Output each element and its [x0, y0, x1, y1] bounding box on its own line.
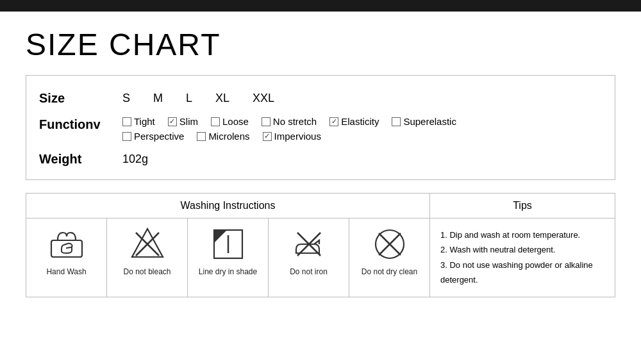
checkbox [122, 117, 131, 126]
no-iron-icon [291, 226, 327, 262]
function-label-text: Tight [134, 116, 155, 127]
function-label-text: Superelastic [403, 116, 456, 127]
no-dry-clean-icon [372, 226, 408, 262]
function-row-1: TightSlimLooseNo stretchElasticitySupere… [122, 116, 456, 127]
weight-label: Weight [39, 152, 122, 167]
checkbox [122, 132, 131, 141]
washing-header-row: Washing Instructions Tips [26, 194, 615, 219]
function-label-text: Slim [179, 116, 198, 127]
tips-area: Dip and wash at room temperature. Wash w… [430, 219, 615, 297]
function-label: Functionv [39, 116, 122, 132]
no-dry-clean-cell: Do not dry clean [349, 219, 429, 297]
function-options: TightSlimLooseNo stretchElasticitySupere… [122, 116, 456, 142]
washing-icons-area: Hand Wash Do not bleach [26, 219, 430, 297]
function-item-microlens: Microlens [197, 131, 249, 142]
function-label-text: Microlens [208, 131, 249, 142]
checkbox [197, 132, 206, 141]
size-xl: XL [215, 92, 229, 105]
no-iron-label: Do not iron [290, 267, 328, 276]
no-bleach-cell: Do not bleach [107, 219, 188, 297]
checkbox [262, 117, 271, 126]
weight-value: 102g [122, 153, 148, 166]
tips-list: Dip and wash at room temperature. Wash w… [440, 228, 604, 288]
washing-instructions-header: Washing Instructions [26, 194, 430, 218]
function-item-elasticity: Elasticity [329, 116, 379, 127]
size-s: S [122, 92, 130, 105]
size-row: Size S M L XL XXL [39, 91, 602, 106]
tips-header: Tips [430, 194, 615, 218]
checkbox [211, 117, 220, 126]
page-title: SIZE CHART [26, 27, 615, 62]
checkbox [329, 117, 338, 126]
function-item-superelastic: Superelastic [392, 116, 456, 127]
no-bleach-label: Do not bleach [123, 267, 171, 276]
tip-1: Dip and wash at room temperature. [440, 228, 604, 242]
function-item-loose: Loose [211, 116, 249, 127]
weight-row: Weight 102g [39, 152, 602, 167]
line-dry-shade-icon [210, 226, 246, 262]
size-label: Size [39, 91, 122, 106]
hand-wash-icon [49, 226, 85, 262]
checkbox [263, 132, 272, 141]
checkbox [392, 117, 401, 126]
function-section: Functionv TightSlimLooseNo stretchElasti… [39, 116, 602, 142]
function-label-text: Perspective [134, 131, 184, 142]
checkbox [168, 117, 177, 126]
function-item-tight: Tight [122, 116, 155, 127]
function-label-text: No stretch [273, 116, 317, 127]
no-dry-clean-label: Do not dry clean [362, 267, 417, 276]
tip-2: Wash with neutral detergent. [440, 242, 604, 257]
function-label-text: Loose [222, 116, 249, 127]
line-dry-shade-label: Line dry in shade [199, 267, 257, 276]
size-m: M [153, 92, 163, 105]
tip-3: Do not use washing powder or alkaline de… [440, 258, 604, 288]
function-label-text: Impervious [274, 131, 321, 142]
function-item-perspective: Perspective [122, 131, 184, 142]
no-bleach-icon [129, 226, 165, 262]
no-iron-cell: Do not iron [269, 219, 349, 297]
svg-marker-5 [214, 230, 227, 243]
function-label-text: Elasticity [341, 116, 379, 127]
function-item-impervious: Impervious [263, 131, 321, 142]
function-item-slim: Slim [168, 116, 198, 127]
function-row-2: PerspectiveMicrolensImpervious [122, 131, 456, 142]
hand-wash-cell: Hand Wash [26, 219, 107, 297]
line-dry-shade-cell: Line dry in shade [188, 219, 269, 297]
size-l: L [186, 92, 192, 105]
size-chart-box: Size S M L XL XXL Functionv TightSlimLoo… [26, 75, 615, 180]
washing-content-row: Hand Wash Do not bleach [26, 219, 615, 297]
function-item-no-stretch: No stretch [262, 116, 317, 127]
hand-wash-label: Hand Wash [46, 267, 86, 276]
size-xxl: XXL [253, 92, 274, 105]
size-options: S M L XL XXL [122, 92, 274, 105]
top-bar [0, 0, 641, 12]
washing-section: Washing Instructions Tips Hand Wash [26, 193, 615, 297]
